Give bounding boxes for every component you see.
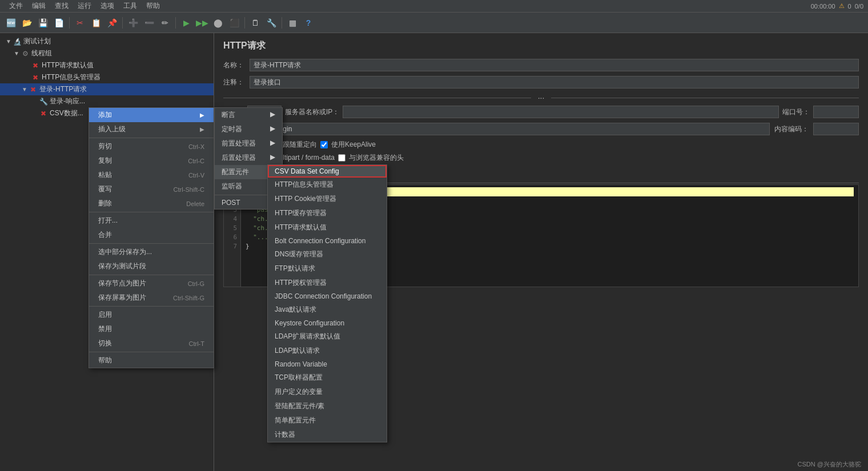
cut-button[interactable]: ✂ <box>73 15 87 30</box>
browser-compat-cb[interactable] <box>338 154 345 162</box>
ctx-open[interactable]: 打开... <box>89 214 214 228</box>
config-simple[interactable]: 简单配置元件 <box>268 413 387 428</box>
table-button[interactable]: ▦ <box>285 15 300 30</box>
shutdown-button[interactable]: ⬛ <box>227 15 242 30</box>
tree-item-http-default[interactable]: ✖ HTTP请求默认值 <box>0 59 214 71</box>
help-toolbar-button[interactable]: ? <box>301 15 316 30</box>
server-input[interactable] <box>343 106 779 118</box>
path-input[interactable] <box>274 123 770 135</box>
copy-button[interactable]: 📋 <box>89 15 103 30</box>
dots-button[interactable]: ··· <box>536 93 547 102</box>
ctx-delete[interactable]: 删除Delete <box>89 196 214 211</box>
keepalive-cb[interactable] <box>320 141 328 148</box>
config-keystore[interactable]: Keystore Configuration <box>268 317 387 329</box>
ctx-enable[interactable]: 启用 <box>89 308 214 322</box>
config-http-auth[interactable]: HTTP授权管理器 <box>268 276 387 290</box>
tree-item-login-http[interactable]: ▼ ✖ 登录-HTTP请求 <box>0 83 214 95</box>
menu-help[interactable]: 帮助 <box>142 0 164 12</box>
ctx-disable[interactable]: 禁用 <box>89 322 214 336</box>
config-ldap-ext[interactable]: LDAP扩展请求默认值 <box>268 329 387 344</box>
menu-run[interactable]: 运行 <box>73 0 96 12</box>
menu-options[interactable]: 选项 <box>96 0 119 12</box>
save-button[interactable]: 💾 <box>35 15 50 30</box>
function-helper[interactable]: 🔧 <box>264 15 279 30</box>
warning-icon: ⚠ <box>839 2 845 10</box>
start-no-pause-button[interactable]: ▶▶ <box>195 15 210 30</box>
config-login[interactable]: 登陆配置元件/素 <box>268 399 387 413</box>
ctx-save-snippet[interactable]: 保存为测试片段 <box>89 259 214 273</box>
ctx-help[interactable]: 帮助 <box>89 353 214 368</box>
follow-redirect-label: 跟随重定向 <box>283 140 317 150</box>
comment-input[interactable] <box>250 76 859 88</box>
start-button[interactable]: ▶ <box>179 15 194 30</box>
menu-edit[interactable]: 编辑 <box>27 0 50 12</box>
name-label: 名称： <box>223 61 246 70</box>
ctx-sep-2 <box>89 212 214 212</box>
submenu-add-post[interactable]: 后置处理器▶ <box>215 151 282 165</box>
ctx-overwrite[interactable]: 覆写Ctrl-Shift-C <box>89 182 214 196</box>
tree-label-hd: HTTP请求默认值 <box>42 61 94 70</box>
config-bolt[interactable]: Bolt Connection Configuration <box>268 235 387 247</box>
save-as-button[interactable]: 📄 <box>51 15 66 30</box>
tree-label-lr: 登录-响应... <box>50 96 85 106</box>
submenu-config-items: CSV Data Set Config HTTP信息头管理器 HTTP Cook… <box>267 164 387 442</box>
config-http-cookie[interactable]: HTTP Cookie管理器 <box>268 192 387 206</box>
tree-item-login-response[interactable]: 🔧 登录-响应... <box>0 95 214 107</box>
new-button[interactable]: 🆕 <box>3 15 18 30</box>
ctx-insert-parent[interactable]: 插入上级 <box>89 122 214 136</box>
config-user-var[interactable]: 用户定义的变量 <box>268 385 387 399</box>
config-tcp[interactable]: TCP取样器配置 <box>268 371 387 385</box>
ctx-cut[interactable]: 剪切Ctrl-X <box>89 139 214 154</box>
total-display: 0/0 <box>855 3 863 10</box>
config-http-default[interactable]: HTTP请求默认值 <box>268 220 387 235</box>
menu-file[interactable]: 文件 <box>5 0 27 12</box>
tree-item-http-header[interactable]: ✖ HTTP信息头管理器 <box>0 71 214 83</box>
submenu-add-timer[interactable]: 定时器▶ <box>215 122 282 136</box>
draw-button[interactable]: ✏ <box>158 15 172 30</box>
template-button[interactable]: 🗒 <box>248 15 263 30</box>
config-jdbc[interactable]: JDBC Connection Configuration <box>268 290 387 303</box>
ctx-toggle[interactable]: 切换Ctrl-T <box>89 336 214 351</box>
context-menu: 添加 插入上级 剪切Ctrl-X 复制Ctrl-C 粘贴Ctrl-V 覆写Ctr… <box>89 107 214 368</box>
ctx-save-screen-img[interactable]: 保存屏幕为图片Ctrl-Shift-G <box>89 291 214 305</box>
menu-tools[interactable]: 工具 <box>119 0 142 12</box>
expand-button[interactable]: ➕ <box>126 15 140 30</box>
tree-icon-lr: 🔧 <box>39 98 48 106</box>
tree-item-test-plan[interactable]: ▼ 🔬 测试计划 <box>0 35 214 47</box>
ctx-copy[interactable]: 复制Ctrl-C <box>89 154 214 168</box>
content-encoding-label: 内容编码： <box>774 124 809 134</box>
config-ldap-default[interactable]: LDAP默认请求 <box>268 344 387 358</box>
ctx-sep-1 <box>89 138 214 138</box>
config-ftp[interactable]: FTP默认请求 <box>268 261 387 276</box>
config-dns[interactable]: DNS缓存管理器 <box>268 247 387 261</box>
config-random-var[interactable]: Random Variable <box>268 358 387 371</box>
collapse-button[interactable]: ➖ <box>142 15 156 30</box>
port-input[interactable] <box>813 106 859 118</box>
config-java[interactable]: Java默认请求 <box>268 303 387 317</box>
ctx-save-selection[interactable]: 选中部分保存为... <box>89 245 214 259</box>
server-label: 服务器名称或IP： <box>285 107 339 117</box>
paste-button[interactable]: 📌 <box>105 15 119 30</box>
config-http-cache[interactable]: HTTP缓存管理器 <box>268 206 387 220</box>
menu-find[interactable]: 查找 <box>50 0 73 12</box>
submenu-add-assert[interactable]: 断言▶ <box>215 108 282 122</box>
config-http-header[interactable]: HTTP信息头管理器 <box>268 178 387 192</box>
encoding-input[interactable] <box>813 123 859 135</box>
open-button[interactable]: 📂 <box>19 15 34 30</box>
method-row: POST GET PUT DELETE 内容编码： <box>223 123 859 135</box>
main-layout: ▼ 🔬 测试计划 ▼ ⚙ 线程组 ✖ HTTP请求默认值 ✖ HTTP信息 <box>0 33 868 471</box>
warning-count: 0 <box>848 3 851 10</box>
config-csv[interactable]: CSV Data Set Config <box>268 165 387 178</box>
ctx-save-node-img[interactable]: 保存节点为图片Ctrl-G <box>89 276 214 291</box>
submenu-add-pre[interactable]: 前置处理器▶ <box>215 136 282 151</box>
tree-item-thread-group[interactable]: ▼ ⚙ 线程组 <box>0 47 214 59</box>
tree-label-plan: 测试计划 <box>23 37 51 46</box>
tree-label-hh: HTTP信息头管理器 <box>42 73 101 82</box>
ctx-paste[interactable]: 粘贴Ctrl-V <box>89 168 214 182</box>
ctx-add[interactable]: 添加 <box>89 108 214 122</box>
name-input[interactable] <box>250 59 859 71</box>
config-counter[interactable]: 计数器 <box>268 428 387 442</box>
ctx-merge[interactable]: 合并 <box>89 228 214 242</box>
left-panel: ▼ 🔬 测试计划 ▼ ⚙ 线程组 ✖ HTTP请求默认值 ✖ HTTP信息 <box>0 33 214 471</box>
stop-button[interactable]: ⬤ <box>211 15 226 30</box>
